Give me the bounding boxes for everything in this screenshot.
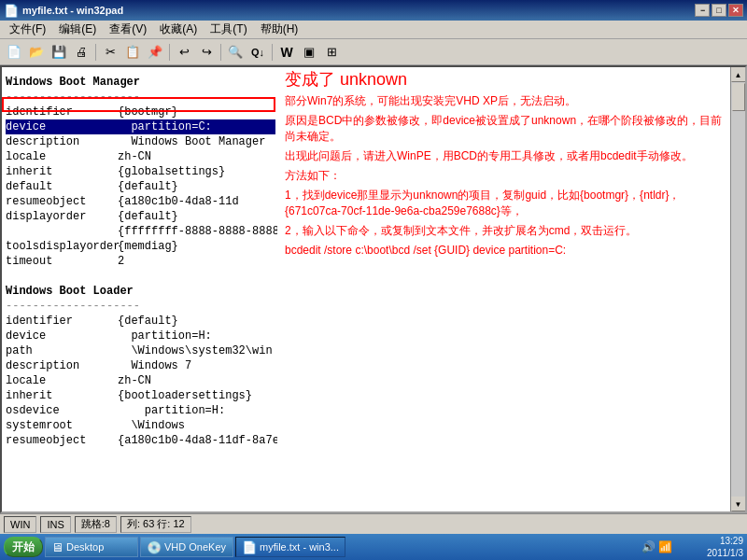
editor-line-1: -------------------- xyxy=(6,90,275,105)
volume-icon: 📶 xyxy=(658,540,672,553)
status-row-col: 列: 63 行: 12 xyxy=(120,516,191,533)
annotation-para-2: 出现此问题后，请进入WinPE，用BCD的专用工具修改，或者用bcdedit手动… xyxy=(285,148,723,164)
menu-item-H[interactable]: 帮助(H) xyxy=(255,20,304,39)
sep1 xyxy=(95,44,96,61)
annotation-para-0: 部分Win7的系统，可能出现安装完VHD XP后，无法启动。 xyxy=(285,93,723,109)
menu-item-A[interactable]: 收藏(A) xyxy=(154,20,203,39)
editor-line-23: systemroot \Windows xyxy=(6,418,275,433)
editor-line-15: -------------------- xyxy=(6,299,275,314)
status-ins: INS xyxy=(40,516,70,533)
maximize-button[interactable]: □ xyxy=(712,4,726,17)
redo-button[interactable]: ↪ xyxy=(196,42,217,63)
taskbar-item-0[interactable]: 🖥Desktop xyxy=(45,537,138,557)
editor-line-8: resumeobject{a180c1b0-4da8-11d xyxy=(6,194,275,209)
cut-button[interactable]: ✂ xyxy=(100,42,120,63)
window-icon: 📄 xyxy=(4,4,19,18)
title-bar: 📄 myfile.txt - win32pad － □ ✕ xyxy=(0,0,747,21)
clock-text: 13:29 2011/1/3 xyxy=(707,536,743,558)
menu-item-F[interactable]: 文件(F) xyxy=(4,20,51,39)
editor-line-10: {ffffffff-8888-8888-8888-f xyxy=(6,224,275,239)
clock: 13:29 2011/1/3 xyxy=(678,535,743,559)
menu-bar: 文件(F)编辑(E)查看(V)收藏(A)工具(T)帮助(H) xyxy=(0,21,747,39)
editor-line-19: description Windows 7 xyxy=(6,358,275,373)
status-win: WIN xyxy=(4,516,36,533)
left-pane: Windows Boot Manager--------------------… xyxy=(2,67,277,511)
annotation-para-6: bcdedit /store c:\boot\bcd /set {GUID} d… xyxy=(285,243,723,259)
editor-line-16: identifier{default} xyxy=(6,314,275,329)
taskbar-item-2[interactable]: 📄myfile.txt - win3... xyxy=(235,537,345,557)
open-button[interactable]: 📂 xyxy=(26,42,47,63)
toolbar: 📄 📂 💾 🖨 ✂ 📋 📌 ↩ ↪ 🔍 Q↓ W ▣ ⊞ xyxy=(0,39,747,65)
search-button[interactable]: 🔍 xyxy=(225,42,246,63)
editor-line-6: inherit{globalsettings} xyxy=(6,164,275,179)
editor-line-9: displayorder{default} xyxy=(6,209,275,224)
editor-line-13 xyxy=(6,269,275,284)
editor-line-21: inherit{bootloadersettings} xyxy=(6,388,275,403)
start-button[interactable]: 开始 xyxy=(4,537,43,557)
editor-line-11: toolsdisplayorder{memdiag} xyxy=(6,239,275,254)
right-pane: 变成了 unknown 部分Win7的系统，可能出现安装完VHD XP后，无法启… xyxy=(277,67,730,511)
scroll-down-button[interactable]: ▼ xyxy=(731,497,746,511)
annotation-para-3: 方法如下： xyxy=(285,168,723,184)
scroll-up-button[interactable]: ▲ xyxy=(731,67,746,82)
w-button[interactable]: W xyxy=(276,42,297,63)
print-button[interactable]: 🖨 xyxy=(71,42,92,63)
editor-line-2: identifier{bootmgr} xyxy=(6,105,275,119)
editor-line-14: Windows Boot Loader xyxy=(6,284,275,299)
annotation-para-1: 原因是BCD中的参数被修改，即device被设置成了unknown，在哪个阶段被… xyxy=(285,113,723,145)
layout2-button[interactable]: ⊞ xyxy=(321,42,342,63)
undo-button[interactable]: ↩ xyxy=(174,42,194,63)
sep2 xyxy=(169,44,170,61)
annotation-para-4: 1，找到device那里显示为unknown的项目，复制guid，比如{boot… xyxy=(285,188,723,219)
system-tray: 🔊 📶 xyxy=(638,540,676,553)
editor-line-0: Windows Boot Manager xyxy=(6,75,275,90)
taskbar-item-1[interactable]: 💿VHD OneKey xyxy=(140,537,233,557)
annotation-para-5: 2，输入以下命令，或复制到文本文件，并改扩展名为cmd，双击运行。 xyxy=(285,223,723,239)
editor-line-22: osdevice partition=H: xyxy=(6,403,275,418)
window-title: myfile.txt - win32pad xyxy=(22,5,123,16)
search2-button[interactable]: Q↓ xyxy=(247,42,268,63)
sep3 xyxy=(220,44,221,61)
new-button[interactable]: 📄 xyxy=(4,42,24,63)
menu-item-T[interactable]: 工具(T) xyxy=(204,20,252,39)
editor-line-5: localezh-CN xyxy=(6,149,275,164)
editor-line-3: device partition=C: xyxy=(6,119,275,134)
status-jump: 跳格:8 xyxy=(75,516,117,533)
annotation-line1: 变成了 unknown xyxy=(285,71,723,88)
menu-item-V[interactable]: 查看(V) xyxy=(104,20,152,39)
sep4 xyxy=(272,44,273,61)
status-bar: WIN INS 跳格:8 列: 63 行: 12 xyxy=(0,513,747,534)
editor-area[interactable]: Windows Boot Manager--------------------… xyxy=(0,65,747,513)
editor-line-12: timeout2 xyxy=(6,254,275,269)
editor-line-18: path \Windows\system32\win xyxy=(6,343,275,358)
scroll-thumb[interactable] xyxy=(732,83,745,111)
close-button[interactable]: ✕ xyxy=(728,4,743,17)
editor-line-4: description Windows Boot Manager xyxy=(6,134,275,149)
minimize-button[interactable]: － xyxy=(695,4,710,17)
copy-button[interactable]: 📋 xyxy=(122,42,143,63)
editor-line-17: device partition=H: xyxy=(6,329,275,343)
editor-line-7: default{default} xyxy=(6,179,275,194)
editor-line-20: localezh-CN xyxy=(6,373,275,388)
scrollbar-vertical[interactable]: ▲ ▼ xyxy=(730,67,745,511)
taskbar: 开始 🖥Desktop💿VHD OneKey📄myfile.txt - win3… xyxy=(0,534,747,560)
layout1-button[interactable]: ▣ xyxy=(299,42,319,63)
paste-button[interactable]: 📌 xyxy=(145,42,165,63)
network-icon: 🔊 xyxy=(641,540,655,553)
menu-item-E[interactable]: 编辑(E) xyxy=(53,20,102,39)
save-button[interactable]: 💾 xyxy=(49,42,69,63)
scroll-track[interactable] xyxy=(731,82,746,497)
editor-line-24: resumeobject{a180c1b0-4da8-11df-8a7e-9e0… xyxy=(6,433,275,448)
